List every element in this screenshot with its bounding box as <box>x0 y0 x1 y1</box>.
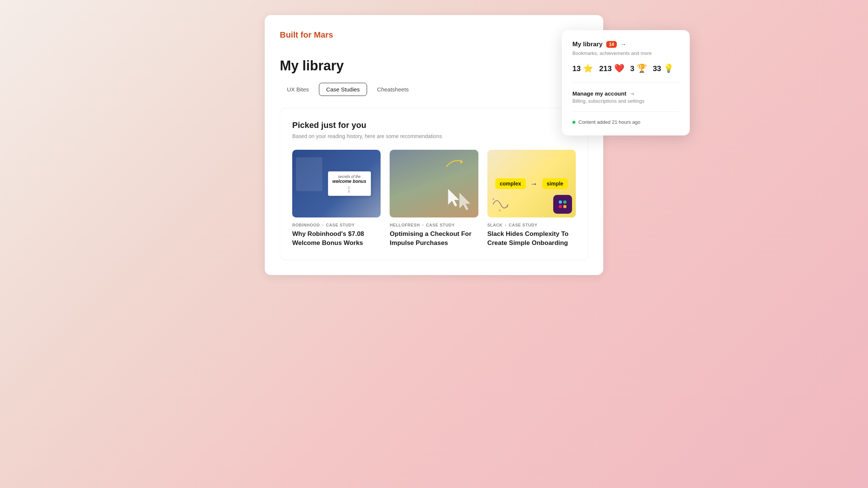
stat-ideas-value: 33 <box>653 64 661 73</box>
panel-arrow-icon: → <box>621 41 627 48</box>
articles-grid: secrets of the welcome bonus 1.2. ROBINH… <box>292 150 576 248</box>
content-status-text: Content added 21 hours ago <box>578 119 640 125</box>
stat-trophies: 3 🏆 <box>630 64 647 73</box>
library-dropdown-panel: My library 14 → Bookmarks, achievements … <box>562 30 690 135</box>
recommendations-section: Picked just for you Based on your readin… <box>280 108 588 260</box>
stat-trophies-value: 3 <box>630 64 634 73</box>
stat-ideas: 33 💡 <box>653 64 674 73</box>
section-subtitle: Based on your reading history, here are … <box>292 133 576 139</box>
svg-text:×: × <box>506 205 508 209</box>
card-image-robinhood: secrets of the welcome bonus 1.2. <box>292 150 381 217</box>
card-brand-slack: SLACK • CASE STUDY <box>487 223 576 227</box>
tab-ux-bites[interactable]: UX Bites <box>280 83 316 96</box>
manage-account-subtitle: Billing, subscriptions and settings <box>572 98 679 104</box>
manage-account-link[interactable]: Manage my account → <box>572 90 679 97</box>
heart-icon: ❤️ <box>614 64 624 73</box>
svg-rect-5 <box>559 205 562 208</box>
status-dot-icon <box>572 121 575 124</box>
panel-description: Bookmarks, achievements and more <box>572 50 679 56</box>
article-card-hellofresh[interactable]: HELLOFRESH • CASE STUDY Optimising a Che… <box>390 150 478 248</box>
stat-hearts-value: 213 <box>599 64 612 73</box>
section-title: Picked just for you <box>292 120 576 130</box>
bulb-icon: 💡 <box>663 64 674 73</box>
content-status: Content added 21 hours ago <box>572 119 679 125</box>
article-card-robinhood[interactable]: secrets of the welcome bonus 1.2. ROBINH… <box>292 150 381 248</box>
card-title-robinhood: Why Robinhood's $7.08 Welcome Bonus Work… <box>292 230 381 248</box>
card-title-slack: Slack Hides Complexity To Create Simple … <box>487 230 576 248</box>
manage-account-label: Manage my account <box>572 90 626 97</box>
panel-header: My library 14 → <box>572 41 679 48</box>
page-title: My library <box>280 58 588 74</box>
star-icon: ⭐ <box>583 64 593 73</box>
card-image-slack: complex → simple <box>487 150 576 217</box>
stat-stars: 13 ⭐ <box>572 64 593 73</box>
card-image-hellofresh <box>390 150 478 217</box>
stats-row: 13 ⭐ 213 ❤️ 3 🏆 33 💡 <box>572 64 679 73</box>
stat-stars-value: 13 <box>572 64 581 73</box>
card-brand-hellofresh: HELLOFRESH • CASE STUDY <box>390 223 478 227</box>
divider-1 <box>572 82 679 83</box>
svg-rect-6 <box>563 205 566 208</box>
svg-marker-1 <box>460 193 470 210</box>
svg-text:×: × <box>499 208 501 213</box>
article-card-slack[interactable]: complex → simple <box>487 150 576 248</box>
svg-marker-0 <box>448 189 459 206</box>
tabs-bar: UX Bites Case Studies Cheatsheets <box>280 83 588 96</box>
slack-complex-label: complex <box>495 178 526 189</box>
svg-marker-2 <box>460 160 463 164</box>
svg-text:×: × <box>492 197 495 201</box>
trophy-icon: 🏆 <box>637 64 647 73</box>
slack-simple-label: simple <box>542 178 568 189</box>
card-brand-robinhood: ROBINHOOD • CASE STUDY <box>292 223 381 227</box>
panel-badge: 14 <box>606 41 616 48</box>
svg-rect-4 <box>563 201 566 204</box>
svg-rect-3 <box>559 201 562 204</box>
manage-account-section: Manage my account → Billing, subscriptio… <box>572 90 679 104</box>
divider-2 <box>572 111 679 112</box>
main-container: Built for Mars My library UX Bites Case … <box>265 15 603 275</box>
stat-hearts: 213 ❤️ <box>599 64 624 73</box>
panel-library-title[interactable]: My library 14 → <box>572 41 627 48</box>
panel-library-label: My library <box>572 41 602 48</box>
tab-case-studies[interactable]: Case Studies <box>319 83 367 96</box>
manage-account-arrow: → <box>629 90 635 97</box>
card-title-hellofresh: Optimising a Checkout For Impulse Purcha… <box>390 230 478 248</box>
tab-cheatsheets[interactable]: Cheatsheets <box>370 83 416 96</box>
brand-logo[interactable]: Built for Mars <box>280 30 588 40</box>
